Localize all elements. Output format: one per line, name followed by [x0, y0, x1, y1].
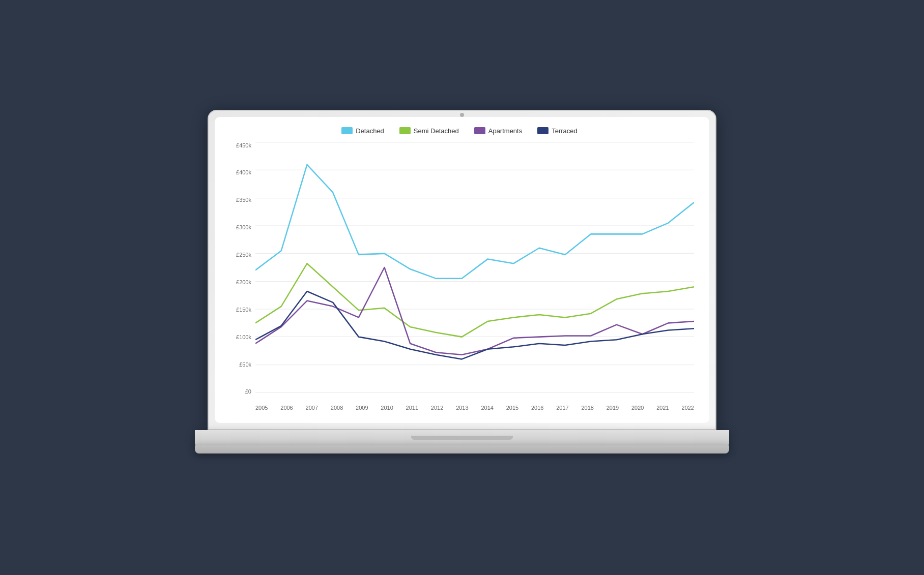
y-axis-label: £150k: [236, 307, 251, 313]
x-axis-label: 2007: [306, 405, 318, 411]
legend-color-swatch: [399, 127, 411, 134]
screen-content: DetachedSemi DetachedApartmentsTerraced …: [215, 117, 709, 423]
x-axis-label: 2008: [331, 405, 343, 411]
y-axis-label: £50k: [239, 361, 251, 368]
x-axis-label: 2011: [406, 405, 418, 411]
laptop-screen: DetachedSemi DetachedApartmentsTerraced …: [208, 110, 716, 430]
y-axis-label: £100k: [236, 334, 251, 340]
chart-plot: 2005200620072008200920102011201220132014…: [255, 142, 694, 413]
x-axis-label: 2017: [556, 405, 568, 411]
y-axis-label: £300k: [236, 224, 251, 230]
laptop-feet: [195, 445, 729, 453]
x-axis-label: 2010: [381, 405, 393, 411]
x-axis-label: 2013: [456, 405, 468, 411]
legend-color-swatch: [474, 127, 485, 134]
y-axis-label: £450k: [236, 142, 251, 148]
legend-item: Apartments: [474, 127, 522, 135]
legend-label: Terraced: [552, 127, 578, 135]
x-axis-label: 2005: [255, 405, 268, 411]
chart-area: DetachedSemi DetachedApartmentsTerraced …: [215, 117, 709, 423]
camera-dot: [460, 113, 464, 117]
legend-item: Detached: [341, 127, 384, 135]
x-axis-label: 2019: [607, 405, 619, 411]
legend-label: Apartments: [488, 127, 522, 135]
x-axis-label: 2015: [506, 405, 518, 411]
x-axis-label: 2012: [431, 405, 443, 411]
x-axis-label: 2020: [631, 405, 644, 411]
y-axis: £450k£400k£350k£300k£250k£200k£150k£100k…: [225, 142, 255, 413]
legend-color-swatch: [537, 127, 548, 134]
legend-item: Semi Detached: [399, 127, 459, 135]
x-axis-label: 2009: [356, 405, 368, 411]
chart-legend: DetachedSemi DetachedApartmentsTerraced: [225, 127, 694, 135]
x-axis-label: 2018: [581, 405, 593, 411]
x-axis-label: 2021: [656, 405, 669, 411]
legend-label: Detached: [356, 127, 384, 135]
y-axis-label: £250k: [236, 252, 251, 258]
chart-wrapper: £450k£400k£350k£300k£250k£200k£150k£100k…: [225, 142, 694, 413]
laptop-hinge: [411, 436, 513, 440]
y-axis-label: £400k: [236, 169, 251, 175]
y-axis-label: £200k: [236, 279, 251, 285]
legend-item: Terraced: [537, 127, 578, 135]
chart-svg: [255, 142, 694, 392]
y-axis-label: £350k: [236, 197, 251, 203]
x-axis-label: 2016: [531, 405, 543, 411]
x-axis: 2005200620072008200920102011201220132014…: [255, 392, 694, 413]
x-axis-label: 2022: [682, 405, 694, 411]
legend-color-swatch: [341, 127, 353, 134]
laptop-base: [195, 430, 729, 445]
y-axis-label: £0: [245, 388, 251, 395]
x-axis-label: 2006: [280, 405, 293, 411]
laptop-container: DetachedSemi DetachedApartmentsTerraced …: [195, 110, 729, 466]
legend-label: Semi Detached: [414, 127, 459, 135]
x-axis-label: 2014: [481, 405, 493, 411]
